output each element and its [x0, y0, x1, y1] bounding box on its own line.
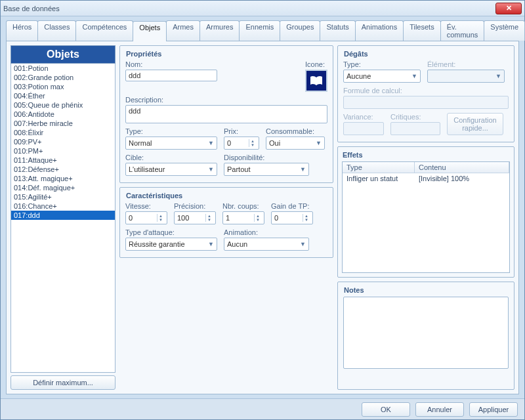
notes-group: Notes: [337, 282, 514, 390]
type-select[interactable]: Normal▼: [125, 136, 217, 150]
type-label: Type:: [125, 127, 217, 135]
availability-select[interactable]: Partout▼: [224, 163, 309, 176]
close-button[interactable]: ✕: [495, 3, 522, 14]
price-input[interactable]: 0▲▼: [224, 136, 259, 150]
item-list[interactable]: 001:Potion002:Grande potion003:Potion ma…: [10, 64, 116, 373]
content: HérosClassesCompétencesObjetsArmesArmure…: [1, 16, 524, 398]
apply-button[interactable]: Appliquer: [469, 402, 518, 417]
effects-row[interactable]: Infliger un statut [Invisible] 100%: [343, 173, 509, 184]
chevron-down-icon: ▼: [495, 73, 501, 79]
name-label: Nom:: [125, 60, 299, 68]
tab-syst-me[interactable]: Système: [484, 20, 525, 41]
attack-type-select[interactable]: Réussite garantie▼: [125, 238, 217, 251]
effects-col-type: Type: [343, 162, 415, 173]
chevron-down-icon: ▼: [411, 73, 417, 79]
properties-group: Propriétés Nom: Icone:: [119, 45, 333, 183]
crit-label: Critiques:: [390, 113, 440, 121]
list-item[interactable]: 009:PV+: [11, 137, 115, 146]
list-item[interactable]: 017:ddd: [11, 211, 115, 220]
main-panel: Objets 001:Potion002:Grande potion003:Po…: [6, 41, 519, 394]
effects-table[interactable]: Type Contenu Infliger un statut [Invisib…: [342, 161, 510, 273]
quick-config-button[interactable]: Configuration rapide...: [447, 113, 503, 135]
ok-button[interactable]: OK: [362, 402, 410, 417]
list-item[interactable]: 004:Éther: [11, 91, 115, 100]
price-label: Prix:: [224, 127, 259, 135]
tab-h-ros[interactable]: Héros: [6, 20, 38, 41]
list-item[interactable]: 002:Grande potion: [11, 73, 115, 82]
list-item[interactable]: 011:Attaque+: [11, 156, 115, 165]
list-item[interactable]: 001:Potion: [11, 64, 115, 73]
list-item[interactable]: 005:Queue de phénix: [11, 100, 115, 110]
speed-input[interactable]: 0▲▼: [125, 211, 167, 224]
formula-label: Formule de calcul:: [343, 87, 509, 94]
chevron-down-icon: ▼: [300, 241, 306, 247]
effect-content-cell: [Invisible] 100%: [415, 173, 509, 184]
desc-input[interactable]: ddd: [125, 105, 327, 123]
speed-label: Vitesse:: [125, 202, 167, 210]
name-input[interactable]: [125, 70, 217, 81]
precision-input[interactable]: 100▲▼: [174, 211, 216, 224]
tab-classes[interactable]: Classes: [37, 20, 76, 41]
target-label: Cible:: [125, 154, 217, 161]
dmg-type-select[interactable]: Aucune▼: [343, 70, 421, 83]
tab-animations[interactable]: Animations: [355, 20, 404, 41]
middle-column: Propriétés Nom: Icone:: [119, 45, 333, 390]
element-label: Élément:: [427, 60, 505, 68]
define-max-button[interactable]: Définir maximum...: [10, 375, 116, 390]
effects-header: Type Contenu: [343, 162, 509, 173]
element-select[interactable]: ▼: [427, 70, 505, 83]
tab-ennemis[interactable]: Ennemis: [239, 20, 280, 41]
tp-input[interactable]: 0▲▼: [271, 211, 313, 224]
list-item[interactable]: 006:Antidote: [11, 110, 115, 119]
animation-label: Animation:: [224, 228, 309, 236]
list-item[interactable]: 012:Défense+: [11, 165, 115, 174]
animation-select[interactable]: Aucun▼: [224, 238, 309, 251]
tab--v-communs[interactable]: Év. communs: [440, 20, 485, 41]
chevron-down-icon: ▼: [208, 166, 214, 173]
consumable-select[interactable]: Oui▼: [266, 136, 325, 150]
tab-comp-tences[interactable]: Compétences: [75, 20, 133, 41]
icon-picker[interactable]: [305, 70, 327, 92]
tab-statuts[interactable]: Statuts: [320, 20, 355, 41]
tab-objets[interactable]: Objets: [133, 21, 167, 41]
list-item[interactable]: 010:PM+: [11, 146, 115, 156]
effects-group: Effets Type Contenu Infliger un statut […: [337, 146, 514, 278]
tab-groupes[interactable]: Groupes: [280, 20, 320, 41]
target-select[interactable]: L'utilisateur▼: [125, 163, 217, 176]
formula-input: [343, 96, 509, 109]
list-item[interactable]: 016:Chance+: [11, 201, 115, 211]
tab-armures[interactable]: Armures: [200, 20, 240, 41]
tab-tilesets[interactable]: Tilesets: [403, 20, 441, 41]
chevron-down-icon: ▼: [208, 241, 214, 247]
attack-type-label: Type d'attaque:: [125, 228, 217, 236]
list-item[interactable]: 015:Agilité+: [11, 192, 115, 201]
icon-label: Icone:: [305, 60, 327, 68]
consumable-label: Consommable:: [266, 127, 325, 135]
effect-type-cell: Infliger un statut: [343, 173, 415, 184]
chevron-down-icon: ▼: [208, 140, 214, 146]
cancel-button[interactable]: Annuler: [415, 402, 464, 417]
tp-label: Gain de TP:: [271, 202, 313, 210]
characteristics-title: Caractéristiques: [124, 192, 184, 200]
effects-title: Effets: [341, 151, 365, 159]
precision-label: Précision:: [174, 202, 216, 210]
list-item[interactable]: 014:Déf. magique+: [11, 183, 115, 192]
notes-input[interactable]: [343, 297, 509, 369]
chevron-down-icon: ▼: [316, 140, 322, 146]
window-title: Base de données: [3, 5, 495, 12]
list-item[interactable]: 003:Potion max: [11, 82, 115, 91]
list-item[interactable]: 013:Att. magique+: [11, 174, 115, 183]
damage-group: Dégâts Type: Aucune▼ Élément: ▼: [337, 45, 514, 142]
damage-title: Dégâts: [342, 50, 370, 58]
book-icon: [310, 75, 323, 86]
bottom-bar: OK Annuler Appliquer: [1, 398, 524, 419]
tab-armes[interactable]: Armes: [166, 20, 200, 41]
list-item[interactable]: 008:Élixir: [11, 128, 115, 137]
notes-title: Notes: [342, 286, 366, 294]
list-item[interactable]: 007:Herbe miracle: [11, 119, 115, 128]
titlebar: Base de données ✕: [1, 1, 524, 16]
chevron-down-icon: ▼: [300, 166, 306, 173]
hits-input[interactable]: 1▲▼: [222, 211, 264, 224]
left-column: Objets 001:Potion002:Grande potion003:Po…: [10, 45, 116, 390]
right-column: Dégâts Type: Aucune▼ Élément: ▼: [337, 45, 514, 390]
